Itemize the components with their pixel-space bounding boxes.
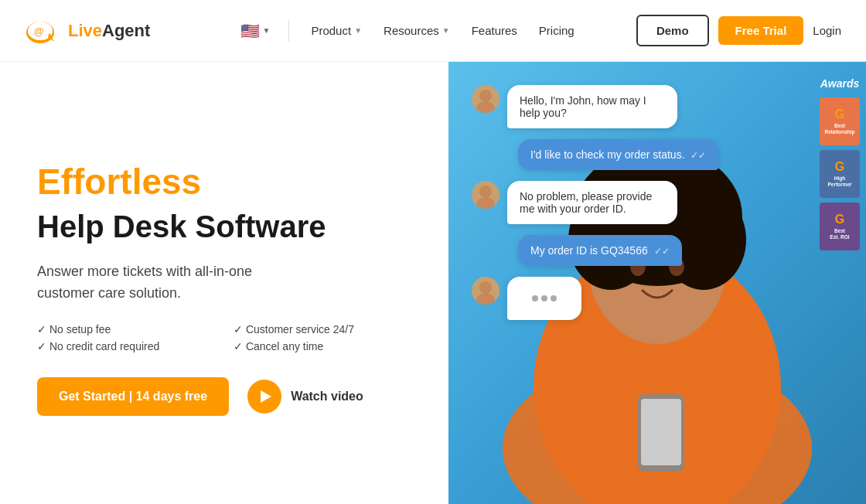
chat-bubble-user2: My order ID is GQ34566 ✓✓	[518, 235, 682, 266]
play-circle-icon	[247, 380, 281, 414]
logo-icon: @	[25, 12, 62, 49]
flag-icon: 🇺🇸	[240, 22, 260, 40]
chat-row-typing	[472, 277, 851, 320]
hero-right: Hello, I'm John, how may I help you? I'd…	[448, 62, 866, 504]
nav-pricing[interactable]: Pricing	[530, 18, 584, 43]
hero-left: Effortless Help Desk Software Answer mor…	[0, 62, 448, 504]
svg-point-19	[479, 281, 492, 294]
svg-point-18	[476, 197, 495, 209]
watch-video-label: Watch video	[291, 390, 363, 404]
chat-bubble-greeting: Hello, I'm John, how may I help you?	[507, 85, 677, 128]
header: @ LiveAgent 🇺🇸 ▼ Product ▼ Resources ▼ F…	[0, 0, 866, 62]
dot-3	[551, 295, 557, 301]
login-button[interactable]: Login	[813, 24, 841, 37]
chevron-down-icon: ▼	[442, 26, 450, 35]
chat-bubble-agent2: No problem, please provide me with your …	[507, 181, 677, 224]
logo[interactable]: @ LiveAgent	[25, 12, 150, 49]
play-triangle-icon	[261, 390, 271, 403]
svg-point-16	[476, 101, 495, 113]
check-customer-service: ✓ Customer service 24/7	[234, 323, 411, 335]
g2-logo-1: G	[835, 107, 844, 121]
language-selector[interactable]: 🇺🇸 ▼	[234, 19, 277, 43]
double-check-icon-2: ✓✓	[654, 246, 670, 257]
award-badge-3: G BestEst. ROI	[820, 203, 860, 250]
main-content: Effortless Help Desk Software Answer mor…	[0, 62, 866, 504]
g2-logo-2: G	[835, 160, 844, 174]
svg-text:@: @	[34, 26, 44, 37]
get-started-button[interactable]: Get Started | 14 days free	[37, 377, 229, 416]
chat-overlay: Hello, I'm John, how may I help you? I'd…	[464, 77, 851, 331]
headline-effortless: Effortless	[37, 162, 411, 202]
demo-button[interactable]: Demo	[636, 15, 709, 46]
award-badge-2: G HighPerformer	[820, 150, 860, 198]
chat-row-1: Hello, I'm John, how may I help you?	[472, 85, 851, 128]
agent-avatar-3	[472, 277, 499, 305]
agent-avatar-2	[472, 181, 499, 209]
g2-logo-3: G	[835, 213, 844, 226]
hero-subtext: Answer more tickets with all-in-one cust…	[37, 261, 411, 305]
svg-point-17	[479, 186, 492, 198]
nav-resources[interactable]: Resources ▼	[374, 18, 459, 43]
typing-indicator	[507, 277, 581, 320]
check-cancel-anytime: ✓ Cancel any time	[234, 340, 411, 352]
awards-title: Awards	[820, 77, 860, 90]
chat-row-4: My order ID is GQ34566 ✓✓	[503, 235, 851, 266]
nav-divider	[288, 20, 289, 42]
nav-features[interactable]: Features	[462, 18, 527, 43]
watch-video-button[interactable]: Watch video	[247, 380, 363, 414]
award-label-1: BestRelationship	[824, 123, 854, 136]
award-badge-1: G BestRelationship	[820, 97, 860, 145]
dot-2	[541, 295, 547, 301]
chevron-down-icon: ▼	[263, 26, 271, 35]
check-no-setup-fee: ✓ No setup fee	[37, 323, 215, 335]
awards-panel: Awards G BestRelationship G HighPerforme…	[820, 77, 860, 250]
svg-point-15	[479, 90, 492, 102]
dot-1	[532, 295, 538, 301]
headline-main: Help Desk Software	[37, 208, 411, 245]
double-check-icon: ✓✓	[690, 150, 706, 161]
cta-row: Get Started | 14 days free Watch video	[37, 377, 411, 416]
logo-text: LiveAgent	[68, 21, 150, 41]
award-label-3: BestEst. ROI	[830, 228, 849, 241]
chat-bubble-user1: I'd like to check my order status. ✓✓	[518, 139, 718, 170]
typing-dots	[520, 286, 569, 311]
chat-row-3: No problem, please provide me with your …	[472, 181, 851, 224]
chat-row-2: I'd like to check my order status. ✓✓	[503, 139, 851, 170]
nav-actions: Demo Free Trial Login	[636, 15, 841, 46]
feature-checks: ✓ No setup fee ✓ Customer service 24/7 ✓…	[37, 323, 411, 352]
nav-product[interactable]: Product ▼	[302, 18, 371, 43]
svg-rect-14	[641, 399, 681, 465]
free-trial-button[interactable]: Free Trial	[718, 16, 804, 45]
main-nav: 🇺🇸 ▼ Product ▼ Resources ▼ Features Pric…	[181, 18, 636, 43]
chevron-down-icon: ▼	[354, 26, 362, 35]
award-label-2: HighPerformer	[827, 175, 851, 189]
check-no-credit-card: ✓ No credit card required	[37, 340, 215, 352]
svg-point-20	[476, 293, 495, 305]
agent-avatar	[472, 85, 499, 113]
